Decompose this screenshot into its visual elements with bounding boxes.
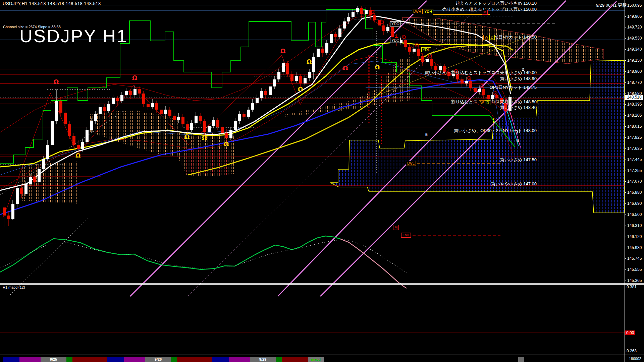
candle-body <box>478 89 481 92</box>
candle-body <box>378 20 381 25</box>
axis-tick <box>625 181 626 182</box>
axis-tick <box>625 269 626 270</box>
candle-body <box>103 107 106 111</box>
order-level-annotation: 超えるとストップロス買い小さめ 150.10 <box>455 0 537 6</box>
candle-body <box>46 145 49 159</box>
price-axis-label: 145.365 <box>627 278 642 283</box>
candle-body <box>142 94 145 104</box>
candle-body <box>382 25 385 31</box>
sell-signal-dot <box>417 45 418 46</box>
candle-body <box>199 116 202 121</box>
level-label-box-m[interactable]: M <box>393 225 399 230</box>
price-axis-label: 148.960 <box>627 69 642 74</box>
panel-separator-bottom <box>0 355 644 355</box>
candle-body <box>203 121 206 132</box>
candle-body <box>107 104 110 111</box>
chart-canvas[interactable]: ΩΩΩΩΩΩΩΩΩΩΩ <box>0 0 644 362</box>
cloud-area <box>330 60 624 213</box>
level-label-box-w[interactable]: W <box>479 100 485 105</box>
axis-tick <box>625 115 626 116</box>
level-label-box-d[interactable]: D <box>489 35 495 40</box>
candle-body <box>482 89 485 95</box>
candle-body <box>133 89 137 95</box>
axis-tick <box>625 148 626 149</box>
candle-body <box>42 159 45 169</box>
candle-body <box>465 81 468 83</box>
order-level-annotation: 割り込むとストップロス売り小さめ 148.50 <box>451 99 537 105</box>
candle-body <box>243 114 246 117</box>
price-axis-line <box>625 0 625 362</box>
price-axis-label: 150.095 <box>627 3 642 8</box>
candle-body <box>29 177 32 184</box>
axis-tick <box>625 258 626 259</box>
candle-body <box>334 34 337 37</box>
candle-body <box>160 110 163 114</box>
order-level-annotation: 買い小さめ 147.50 <box>500 157 537 163</box>
price-axis-label: 148.395 <box>627 102 642 107</box>
candle-body <box>216 120 219 127</box>
macd-panel-title: H1 macd (12) <box>3 285 25 289</box>
candle-body <box>181 117 184 124</box>
candle-body <box>86 130 89 142</box>
session-block <box>276 357 282 362</box>
date-label: 9/25 <box>41 357 66 361</box>
wave-count-label: 5 <box>425 132 428 137</box>
candle-body <box>164 110 167 114</box>
axis-tick <box>625 71 626 72</box>
macd-toggle-button[interactable]: macd ON <box>308 357 324 362</box>
axis-tick <box>625 16 626 17</box>
price-axis-label: 146.880 <box>627 190 642 195</box>
level-label-box-lwl[interactable]: LWL <box>406 161 416 166</box>
session-block <box>212 357 229 362</box>
axis-tick <box>625 104 626 105</box>
candle-body <box>317 49 320 57</box>
level-label-box-ydl[interactable]: YDL <box>421 47 431 52</box>
candle-body <box>129 91 132 95</box>
price-axis-label: 148.015 <box>627 124 642 129</box>
level-label-box-ydo[interactable]: YDO <box>390 21 401 26</box>
level-label-box-ydh[interactable]: YDH <box>423 9 433 14</box>
date-label: 9/26 <box>145 357 171 361</box>
candle-body <box>391 27 394 37</box>
macd-axis-bottom: -0.263 <box>625 349 637 353</box>
level-label-box-ydc[interactable]: YDC <box>390 38 400 43</box>
candle-body <box>151 103 154 107</box>
level-label-box-lwh[interactable]: LWH <box>412 9 423 14</box>
order-level-annotation: OP1日NYカット 148.75 <box>490 84 537 90</box>
level-label-box-d[interactable]: D <box>485 100 490 105</box>
candle-body <box>33 177 36 182</box>
session-block <box>177 357 212 362</box>
candle-body <box>229 130 232 138</box>
omega-marker-icon: Ω <box>224 140 229 147</box>
candle-body <box>295 76 298 81</box>
order-level-annotation: 売り小さめ・超えるとストップロス買い 150.00 <box>442 6 537 12</box>
order-level-annotation: 買い小さめ 148.40 <box>500 105 537 111</box>
macd-signal-line <box>0 240 407 273</box>
tick-counter: 180002 <box>628 356 642 361</box>
level-label-box-m[interactable]: M <box>482 10 488 15</box>
candle-body <box>120 95 123 101</box>
session-block <box>72 357 107 362</box>
price-axis-label: 146.310 <box>627 223 642 228</box>
axis-tick <box>625 27 626 27</box>
axis-tick <box>625 94 626 94</box>
cloud-area <box>402 17 604 64</box>
omega-marker-icon: Ω <box>298 85 303 93</box>
candle-body <box>155 103 158 110</box>
candle-body <box>260 91 263 98</box>
level-label-box-lml[interactable]: LML <box>401 233 411 238</box>
price-axis-label: 149.340 <box>627 47 642 52</box>
macd-axis-top: 0.381 <box>627 285 637 289</box>
candle-body <box>238 114 241 121</box>
axis-tick <box>625 226 626 226</box>
wave-count-label: 3 <box>516 130 518 134</box>
candle-body <box>81 142 84 149</box>
cloud-area <box>284 56 413 117</box>
axis-tick <box>625 38 626 39</box>
sell-signal-dot <box>469 78 470 79</box>
level-label-box-w[interactable]: W <box>483 35 489 40</box>
session-block <box>107 357 124 362</box>
candle-body <box>430 59 433 66</box>
candle-body <box>7 216 10 219</box>
candle-body <box>269 86 272 95</box>
